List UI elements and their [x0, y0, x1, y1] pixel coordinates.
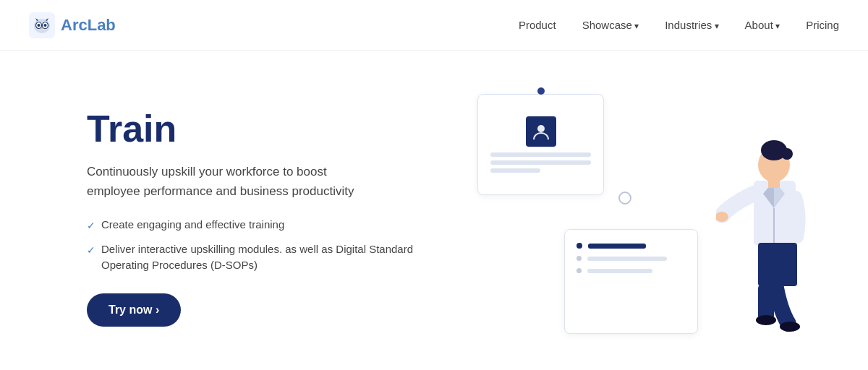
nav-about[interactable]: About — [745, 19, 780, 31]
logo-icon — [29, 12, 55, 38]
person-illustration — [716, 136, 810, 348]
hero-content: Train Continuously upskill your workforc… — [87, 108, 434, 327]
svg-point-21 — [780, 322, 800, 332]
bar-gray-1 — [587, 257, 667, 261]
line-2 — [490, 160, 590, 165]
nav-pricing[interactable]: Pricing — [806, 19, 839, 31]
bar-primary — [588, 244, 646, 249]
nav-links: Product Showcase Industries About Pricin… — [519, 19, 839, 32]
svg-point-20 — [756, 315, 776, 325]
line-1 — [490, 152, 590, 157]
check-icon-2: ✓ — [87, 243, 95, 257]
card2-row-3 — [576, 268, 686, 273]
list-card — [564, 229, 698, 334]
logo-link[interactable]: ArcLab — [29, 12, 116, 38]
logo-text: ArcLab — [61, 16, 116, 35]
hero-illustration — [434, 79, 810, 356]
card1-dot — [537, 87, 545, 95]
navbar: ArcLab Product Showcase Industries About… — [0, 0, 868, 51]
try-now-button[interactable]: Try now › — [87, 293, 181, 327]
circle-decoration — [618, 192, 631, 205]
svg-point-9 — [537, 125, 545, 132]
hero-subtitle: Continuously upskill your workforce to b… — [87, 163, 376, 201]
dot-gray-2 — [576, 268, 582, 273]
hero-title: Train — [87, 108, 434, 150]
feature-item-1: ✓ Create engaging and effective training — [87, 217, 434, 233]
svg-point-5 — [44, 24, 47, 27]
svg-rect-16 — [768, 179, 780, 188]
nav-product[interactable]: Product — [519, 19, 556, 31]
feature-item-2: ✓ Deliver interactive upskilling modules… — [87, 241, 434, 273]
check-icon-1: ✓ — [87, 218, 95, 233]
nav-industries[interactable]: Industries — [665, 19, 718, 31]
dot-blue — [576, 243, 582, 249]
nav-showcase[interactable]: Showcase — [582, 19, 639, 31]
svg-point-4 — [38, 24, 41, 27]
avatar-icon — [526, 116, 556, 147]
bar-gray-2 — [587, 269, 652, 273]
card2-row-2 — [576, 256, 686, 261]
logo-arc: Arc — [61, 16, 88, 34]
hero-features: ✓ Create engaging and effective training… — [87, 217, 434, 273]
card2-row-1 — [576, 243, 686, 249]
logo-lab: Lab — [88, 16, 116, 34]
svg-point-12 — [781, 148, 793, 160]
card1-lines — [490, 152, 590, 173]
hero-section: Train Continuously upskill your workforc… — [0, 51, 868, 370]
dot-gray-1 — [576, 256, 582, 261]
line-3 — [490, 168, 540, 173]
profile-card — [477, 94, 604, 195]
